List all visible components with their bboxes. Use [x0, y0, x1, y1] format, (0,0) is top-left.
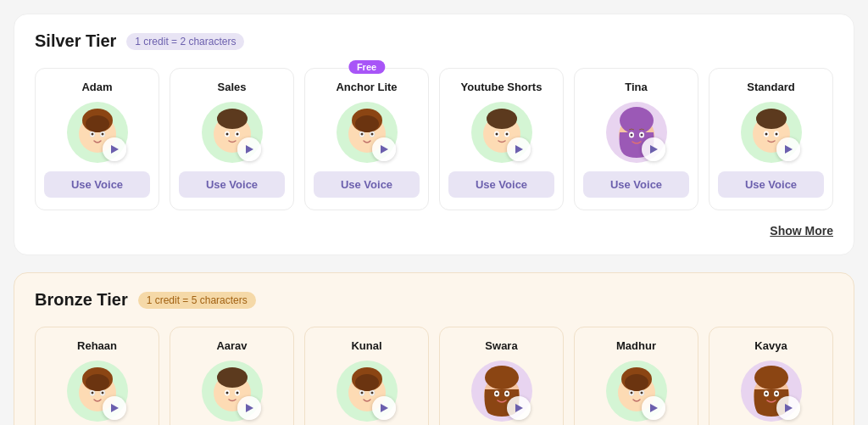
avatar-container: [606, 361, 667, 422]
silver-show-more-button[interactable]: Show More: [770, 224, 833, 238]
avatar-container: [606, 102, 667, 163]
svg-point-28: [495, 133, 498, 136]
silver-show-more-row: Show More: [35, 224, 833, 238]
svg-point-22: [370, 133, 373, 136]
svg-point-25: [487, 109, 517, 129]
play-icon: [785, 404, 793, 412]
svg-point-63: [360, 392, 363, 394]
svg-point-70: [495, 393, 498, 395]
voice-name: Aarav: [216, 339, 247, 352]
play-button[interactable]: [642, 137, 665, 161]
svg-point-34: [630, 134, 632, 137]
svg-point-41: [775, 133, 777, 136]
avatar-container: [202, 102, 263, 163]
play-icon: [246, 145, 253, 154]
silver-tier-header: Silver Tier 1 credit = 2 characters: [35, 31, 833, 51]
voice-card-aarav: Aarav Use Voice: [170, 327, 294, 425]
play-button[interactable]: [642, 396, 665, 420]
svg-point-29: [505, 133, 508, 136]
play-button[interactable]: [776, 137, 800, 161]
svg-point-67: [485, 366, 519, 389]
voice-name: Madhur: [616, 339, 656, 352]
silver-voices-grid: Adam Use Voice Sales: [35, 68, 833, 210]
svg-point-13: [225, 133, 228, 136]
silver-tier-badge: 1 credit = 2 characters: [126, 33, 244, 50]
play-icon: [111, 145, 119, 154]
svg-point-85: [765, 393, 767, 395]
play-icon: [381, 404, 388, 412]
voice-name: Adam: [81, 81, 112, 93]
silver-tier-section: Silver Tier 1 credit = 2 characters Adam: [14, 14, 854, 255]
svg-point-14: [236, 133, 238, 136]
silver-tier-title: Silver Tier: [35, 31, 116, 51]
voice-name: Anchor Lite: [336, 81, 397, 93]
svg-point-48: [91, 392, 93, 394]
avatar-container: [67, 361, 128, 422]
voice-name: Kavya: [754, 339, 787, 352]
play-button[interactable]: [237, 396, 261, 420]
svg-point-40: [765, 133, 767, 136]
use-voice-button[interactable]: Use Voice: [179, 171, 285, 198]
voice-card-kunal: Kunal Use Voice: [304, 327, 429, 425]
play-button[interactable]: [103, 396, 126, 420]
svg-point-35: [640, 134, 643, 137]
use-voice-button[interactable]: Use Voice: [314, 171, 420, 198]
avatar-container: [67, 102, 128, 163]
bronze-tier-badge: 1 credit = 5 characters: [138, 292, 256, 309]
svg-point-52: [217, 367, 248, 388]
voice-card-madhur: Madhur Use Voice: [574, 327, 698, 425]
svg-point-23: [355, 115, 379, 132]
svg-point-21: [360, 133, 363, 136]
voice-card-kavya: Kavya Use Voice: [709, 327, 833, 425]
play-button[interactable]: [237, 137, 261, 161]
svg-point-55: [225, 392, 228, 394]
voice-card-swara: Swara Use Voice: [439, 327, 564, 425]
svg-point-79: [640, 392, 643, 394]
voice-card-standard: Standard Use Voice: [709, 68, 833, 210]
voice-name: Kunal: [351, 339, 381, 352]
voice-card-rehaan: Rehaan Use Voice: [35, 327, 159, 425]
svg-point-7: [101, 133, 103, 136]
bronze-tier-title: Bronze Tier: [35, 290, 128, 310]
play-icon: [246, 404, 253, 412]
play-icon: [650, 404, 658, 412]
svg-point-50: [86, 374, 109, 391]
play-icon: [515, 404, 523, 412]
play-button[interactable]: [372, 396, 396, 420]
use-voice-button[interactable]: Use Voice: [583, 171, 689, 198]
avatar-container: [337, 361, 398, 422]
play-icon: [785, 145, 793, 154]
voice-card-tina: Tina Use Voice: [574, 68, 698, 210]
play-button[interactable]: [507, 137, 531, 161]
svg-point-10: [217, 109, 248, 129]
voice-name: Tina: [625, 81, 648, 93]
avatar-container: [471, 102, 532, 163]
bronze-tier-section: Bronze Tier 1 credit = 5 characters Reha…: [14, 272, 854, 425]
avatar-container: [202, 361, 263, 422]
play-button[interactable]: [103, 137, 126, 161]
svg-point-65: [355, 374, 379, 391]
avatar-container: [337, 102, 398, 163]
play-icon: [381, 145, 388, 154]
svg-point-86: [775, 393, 777, 395]
bronze-voices-grid: Rehaan Use Voice Aarav: [35, 327, 833, 425]
free-badge: Free: [348, 60, 385, 74]
play-button[interactable]: [776, 396, 800, 420]
svg-point-31: [620, 107, 654, 134]
voice-card-youtube-shorts: Youtube Shorts Use Voice: [439, 68, 564, 210]
use-voice-button[interactable]: Use Voice: [718, 171, 824, 198]
use-voice-button[interactable]: Use Voice: [448, 171, 554, 198]
voice-card-sales: Sales Use Voice: [170, 68, 294, 210]
svg-point-6: [91, 133, 93, 136]
play-icon: [515, 145, 523, 154]
voice-name: Rehaan: [77, 339, 117, 352]
play-button[interactable]: [372, 137, 396, 161]
play-button[interactable]: [507, 396, 531, 420]
use-voice-button[interactable]: Use Voice: [44, 171, 150, 198]
voice-name: Youtube Shorts: [461, 81, 542, 93]
avatar-container: [741, 102, 802, 163]
voice-name: Sales: [218, 81, 247, 93]
bronze-tier-header: Bronze Tier 1 credit = 5 characters: [35, 290, 833, 310]
play-icon: [111, 404, 119, 412]
svg-point-56: [236, 392, 238, 394]
